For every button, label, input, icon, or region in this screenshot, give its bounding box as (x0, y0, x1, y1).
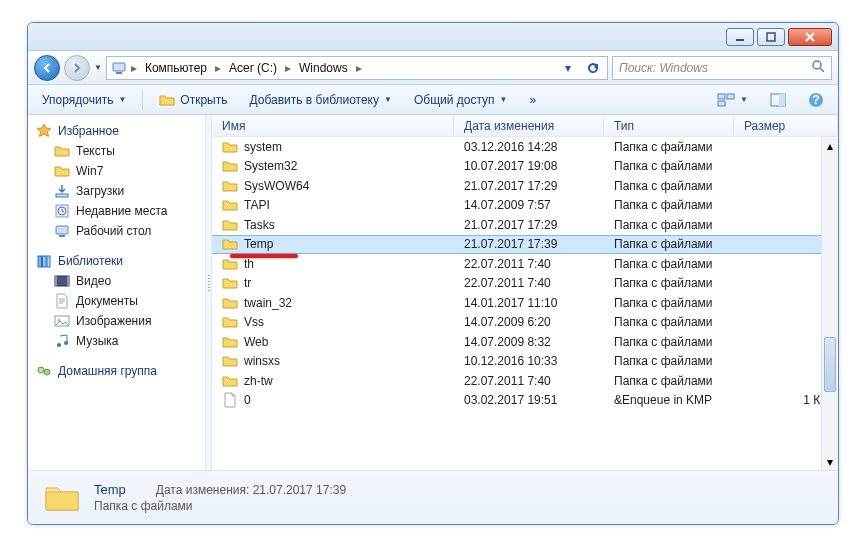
minimize-button[interactable] (726, 28, 754, 46)
file-list-scrollbar[interactable]: ▴ ▾ (821, 137, 838, 470)
help-button[interactable]: ? (802, 90, 830, 110)
more-commands-button[interactable]: » (523, 91, 542, 109)
file-modified: 10.12.2016 10:33 (454, 354, 604, 368)
column-header-size[interactable]: Размер (734, 115, 838, 136)
file-name: System32 (244, 159, 297, 173)
file-modified: 03.12.2016 14:28 (454, 140, 604, 154)
folder-icon (222, 139, 238, 155)
maximize-button[interactable] (757, 28, 785, 46)
file-row[interactable]: tr22.07.2011 7:40Папка с файлами (212, 274, 838, 294)
svg-point-26 (64, 341, 68, 345)
file-row[interactable]: Web14.07.2009 8:32Папка с файлами (212, 332, 838, 352)
svg-rect-5 (718, 94, 725, 99)
breadcrumb-item[interactable]: Компьютер (141, 60, 211, 76)
svg-point-25 (57, 343, 61, 347)
preview-pane-button[interactable] (764, 90, 792, 110)
video-icon (54, 273, 70, 289)
file-name: zh-tw (244, 374, 273, 388)
libraries-header[interactable]: Библиотеки (36, 251, 205, 271)
column-header-type[interactable]: Тип (604, 115, 734, 136)
file-row[interactable]: winsxs10.12.2016 10:33Папка с файлами (212, 352, 838, 372)
file-row[interactable]: th22.07.2011 7:40Папка с файлами (212, 254, 838, 274)
folder-icon (222, 178, 238, 194)
file-name: Tasks (244, 218, 275, 232)
scroll-down-icon[interactable]: ▾ (822, 453, 838, 470)
file-row[interactable]: twain_3214.01.2017 11:10Папка с файлами (212, 293, 838, 313)
close-button[interactable] (788, 28, 832, 46)
favorites-header[interactable]: Избранное (36, 121, 205, 141)
sidebar-item[interactable]: Win7 (36, 161, 205, 181)
content-area: Избранное ТекстыWin7ЗагрузкиНедавние мес… (28, 115, 838, 470)
file-row[interactable]: 003.02.2017 19:51&Enqueue in KMP1 КБ (212, 391, 838, 411)
sidebar-item[interactable]: Рабочий стол (36, 221, 205, 241)
details-pane: Temp Дата изменения: 21.07.2017 17:39 Па… (28, 470, 838, 524)
file-row[interactable]: Temp21.07.2017 17:39Папка с файлами (212, 235, 838, 255)
svg-point-28 (44, 369, 50, 375)
sidebar-item[interactable]: Тексты (36, 141, 205, 161)
file-row[interactable]: Vss14.07.2009 6:20Папка с файлами (212, 313, 838, 333)
svg-rect-2 (113, 63, 125, 71)
file-modified: 14.01.2017 11:10 (454, 296, 604, 310)
history-dropdown-icon[interactable]: ▼ (94, 63, 102, 72)
file-name: 0 (244, 393, 251, 407)
file-name: Vss (244, 315, 264, 329)
file-type: Папка с файлами (604, 140, 734, 154)
folder-icon (42, 478, 82, 518)
breadcrumb-item[interactable]: Acer (C:) (225, 60, 281, 76)
column-header-modified[interactable]: Дата изменения (454, 115, 604, 136)
file-type: Папка с файлами (604, 237, 734, 251)
svg-rect-19 (47, 256, 50, 267)
navbar: ▼ ▸ Компьютер ▸ Acer (C:) ▸ Windows ▸ ▾ … (28, 51, 838, 85)
address-dropdown-icon[interactable]: ▾ (557, 57, 579, 79)
file-modified: 14.07.2009 7:57 (454, 198, 604, 212)
svg-point-4 (813, 61, 821, 69)
file-row[interactable]: system03.12.2016 14:28Папка с файлами (212, 137, 838, 157)
svg-rect-12 (56, 194, 68, 197)
image-icon (54, 313, 70, 329)
computer-icon (111, 60, 127, 76)
breadcrumb-sep[interactable]: ▸ (213, 61, 223, 75)
file-row[interactable]: SysWOW6421.07.2017 17:29Папка с файлами (212, 176, 838, 196)
back-button[interactable] (34, 55, 60, 81)
file-row[interactable]: TAPI14.07.2009 7:57Папка с файлами (212, 196, 838, 216)
file-modified: 14.07.2009 8:32 (454, 335, 604, 349)
share-button[interactable]: Общий доступ ▼ (408, 91, 514, 109)
svg-text:?: ? (812, 93, 819, 107)
organize-button[interactable]: Упорядочить ▼ (36, 91, 132, 109)
svg-rect-7 (718, 101, 725, 106)
sidebar-item[interactable]: Музыка (36, 331, 205, 351)
titlebar[interactable] (28, 23, 838, 51)
breadcrumb-item[interactable]: Windows (295, 60, 352, 76)
breadcrumb-sep[interactable]: ▸ (354, 61, 364, 75)
file-name: Temp (244, 237, 273, 251)
scroll-up-icon[interactable]: ▴ (822, 137, 838, 154)
view-mode-button[interactable]: ▼ (711, 90, 754, 110)
breadcrumb-sep[interactable]: ▸ (283, 61, 293, 75)
file-row[interactable]: System3210.07.2017 19:08Папка с файлами (212, 157, 838, 177)
file-name: twain_32 (244, 296, 292, 310)
add-to-library-button[interactable]: Добавить в библиотеку ▼ (243, 91, 397, 109)
search-input[interactable]: Поиск: Windows (612, 56, 832, 80)
file-row[interactable]: zh-tw22.07.2011 7:40Папка с файлами (212, 371, 838, 391)
file-modified: 22.07.2011 7:40 (454, 276, 604, 290)
refresh-icon[interactable] (581, 57, 603, 79)
file-row[interactable]: Tasks21.07.2017 17:29Папка с файлами (212, 215, 838, 235)
homegroup-header[interactable]: Домашняя группа (36, 361, 205, 381)
scrollbar-thumb[interactable] (824, 337, 836, 392)
folder-icon (222, 256, 238, 272)
sidebar-item[interactable]: Изображения (36, 311, 205, 331)
forward-button[interactable] (64, 55, 90, 81)
address-bar[interactable]: ▸ Компьютер ▸ Acer (C:) ▸ Windows ▸ ▾ (106, 56, 608, 80)
file-list: Имя Дата изменения Тип Размер system03.1… (212, 115, 838, 470)
column-header-name[interactable]: Имя (212, 115, 454, 136)
breadcrumb-sep[interactable]: ▸ (129, 61, 139, 75)
file-modified: 22.07.2011 7:40 (454, 257, 604, 271)
sidebar-item[interactable]: Видео (36, 271, 205, 291)
file-name: SysWOW64 (244, 179, 309, 193)
open-button[interactable]: Открыть (153, 90, 233, 110)
sidebar-item[interactable]: Загрузки (36, 181, 205, 201)
search-icon (811, 59, 825, 76)
sidebar-item[interactable]: Недавние места (36, 201, 205, 221)
libraries-icon (36, 253, 52, 269)
sidebar-item[interactable]: Документы (36, 291, 205, 311)
